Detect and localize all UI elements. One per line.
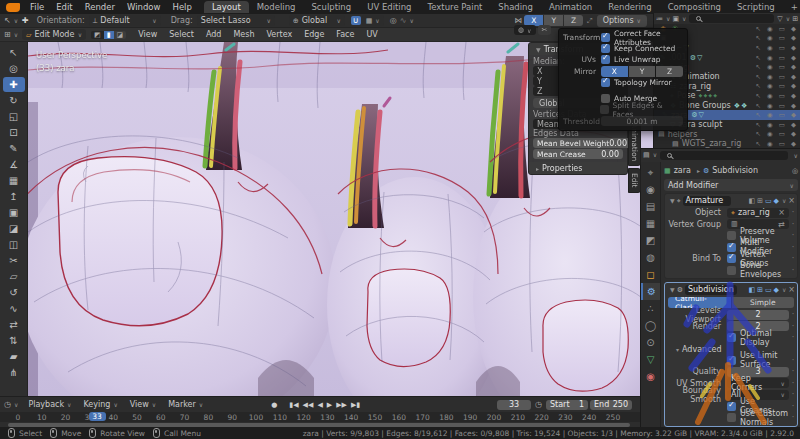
tool-button[interactable]: ◎ [3,61,25,76]
menu-item[interactable]: Help [166,2,197,12]
split-edges-checkbox[interactable] [600,105,609,114]
next-keyframe-button[interactable]: ▶▶ [334,401,349,409]
tool-button[interactable]: ↥ [3,189,25,204]
play-reverse-button[interactable]: ◀ [315,401,324,409]
menu-item[interactable]: File [24,2,50,12]
active-tool-icon[interactable]: ↖∨ [4,16,18,25]
workspace-tab[interactable]: Compositing [660,1,729,13]
collapse-icon[interactable]: ▼ [670,197,675,204]
workspace-tab[interactable]: Texture Paint [420,1,491,13]
current-frame-field[interactable]: 33 [497,400,531,410]
jump-start-button[interactable]: ▮◀ [287,401,300,409]
live-unwrap-checkbox[interactable] [601,55,610,64]
gizmo-move-icon[interactable]: ✚ [22,16,29,25]
edge-select-icon[interactable]: ▮ [104,31,114,39]
properties-tab[interactable]: ◻ [641,266,660,283]
workspace-tab[interactable]: Modeling [249,1,304,13]
preserve-volume-checkbox[interactable] [727,231,736,240]
outliner-row-toggles[interactable]: ↖ ◉ ▭ ◆ [756,102,800,110]
tool-button[interactable]: ⋔ [3,365,25,380]
menu-item[interactable]: Render [79,2,121,12]
timeline-playhead[interactable]: 33 [89,412,106,421]
snap-target-dropdown[interactable]: ▦∨ [362,15,384,26]
menu-item[interactable]: Window [121,2,167,12]
blender-logo[interactable] [6,3,20,12]
proportional-editing-icon[interactable]: ◎ [390,16,397,25]
edge-data-field[interactable]: Mean Bevel Weight0.00 [533,138,623,148]
armature-object-field[interactable]: ⌖zara_rig× [727,208,789,218]
options-button[interactable]: Options∨ [597,15,647,27]
auto-merge-checkbox[interactable] [601,94,610,103]
viewport-menu-item[interactable]: View [132,30,163,39]
outliner-row-toggles[interactable]: ↖ ◉ ▭ ◆ [756,121,800,129]
viewport-menu-item[interactable]: Add [200,30,228,39]
workspace-tab[interactable]: Shading [490,1,541,13]
properties-tab[interactable]: ◯ [641,317,660,334]
properties-tab[interactable]: ◉ [641,181,660,198]
multi-modifier-checkbox[interactable] [727,243,736,252]
edge-data-field[interactable]: Mean Crease0.00 [533,149,623,159]
face-select-icon[interactable]: ◪ [114,31,127,39]
tool-button[interactable]: ▣ [3,205,25,220]
jump-end-button[interactable]: ▶▮ [349,401,362,409]
tool-button[interactable]: ◫ [3,237,25,252]
tool-button[interactable]: ▦ [3,173,25,188]
add-workspace-button[interactable]: + [783,1,800,13]
outliner-row-toggles[interactable]: ↖ ◉ ▭ ◆ [756,92,800,100]
end-frame-field[interactable]: End250 [590,400,632,410]
timeline-menu-item[interactable]: Keying∨ [78,400,124,409]
outliner-row-toggles[interactable]: ↖ ◉ ▭ ◆ [756,44,800,52]
threshold-field[interactable]: 0.001 m [601,116,683,126]
bone-envelopes-checkbox[interactable] [727,266,736,275]
viewport-menu-item[interactable]: UV [360,30,383,39]
tool-button[interactable]: ↺ [3,285,25,300]
tool-button[interactable]: ▱ [3,269,25,284]
tool-button[interactable]: ◪ [3,221,25,236]
timeline-menu-item[interactable]: View∨ [124,400,162,409]
pin-icon[interactable]: ◎ [792,167,798,175]
options-chevron[interactable]: ∨ [794,152,798,159]
vertex-select-icon[interactable]: ◩ [91,31,104,39]
popover-mirror-axis[interactable]: Z [656,66,683,77]
viewport-menu-item[interactable]: Vertex [260,30,298,39]
outliner-row-toggles[interactable]: ↖ ◉ ▭ ◆ [756,140,800,148]
sidebar-tab[interactable]: Edit [628,168,641,193]
display-mode-icon[interactable]: ≔∨ [656,15,670,23]
properties-tab[interactable]: ⌖ [641,164,660,181]
keep-connected-checkbox[interactable] [601,44,610,53]
outliner-row-toggles[interactable]: ↖ ◉ ▭ ◆ [756,82,800,90]
shading-dropdown[interactable]: ◍∨ [514,25,536,35]
topology-mirror-checkbox[interactable] [601,78,610,87]
record-button[interactable]: ● [269,401,279,409]
prev-keyframe-button[interactable]: ◀◀ [301,401,316,409]
outliner-row-toggles[interactable]: ↖ ◉ ▭ ◆ [756,73,800,81]
tool-button[interactable]: ✚ [3,77,25,92]
vertex-groups-checkbox[interactable] [727,254,736,263]
breadcrumb-object[interactable]: zara [674,166,691,175]
new-collection-icon[interactable]: ⊞ [792,15,798,23]
outliner-row-toggles[interactable]: ↖ ◉ ▭ ◆ [756,130,800,138]
snap-individual-icon[interactable]: ⤢ [587,17,593,25]
tool-button[interactable]: ↖ [3,45,25,60]
properties-tab[interactable]: ◉ [641,368,660,385]
filter-icon[interactable]: ▽∨ [777,15,790,23]
start-frame-field[interactable]: Start1 [546,400,588,410]
workspace-tab[interactable]: Layout [204,1,249,13]
breadcrumb-modifier[interactable]: Subdivision [712,166,758,175]
overlays-icon[interactable]: ✂ [538,25,552,35]
editor-type-icon[interactable]: ▤∨ [643,151,657,159]
tool-button[interactable]: ▰ [3,349,25,364]
properties-tab[interactable]: ▦ [641,215,660,232]
editor-type-icon[interactable]: ⊞∨ [4,30,18,39]
modifier-display-toggles[interactable]: ◧⊞▭◆ [746,197,779,205]
workspace-tab[interactable]: Animation [541,1,600,13]
viewport-menu-item[interactable]: Face [330,30,360,39]
extras-chevron[interactable]: ∨ [782,197,786,204]
viewport-menu-item[interactable]: Edge [298,30,330,39]
properties-tab[interactable]: ◩ [641,232,660,249]
preview-range-icon[interactable]: ◷ [535,400,542,409]
tool-button[interactable]: ⇅ [3,333,25,348]
close-icon[interactable]: × [788,196,795,205]
tool-button[interactable]: ⇄ [3,317,25,332]
outliner-row-toggles[interactable]: ↖ ◉ ▭ ◆ [756,54,800,62]
